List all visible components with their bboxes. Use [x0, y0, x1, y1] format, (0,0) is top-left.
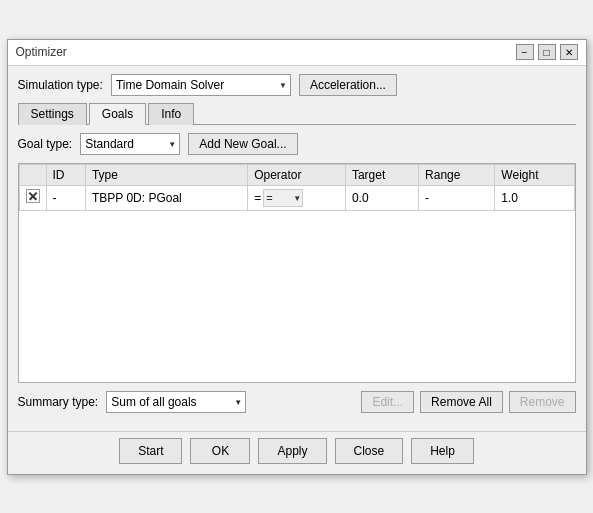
- window-controls: − □ ✕: [516, 44, 578, 60]
- sim-type-label: Simulation type:: [18, 78, 103, 92]
- summary-type-select[interactable]: Sum of all goals Maximum of all goals: [106, 391, 246, 413]
- summary-type-label: Summary type:: [18, 395, 99, 409]
- row-id: -: [46, 185, 85, 210]
- col-header-target: Target: [345, 164, 418, 185]
- tabs-container: Settings Goals Info: [18, 102, 576, 125]
- col-header-delete: [19, 164, 46, 185]
- add-new-goal-button[interactable]: Add New Goal...: [188, 133, 297, 155]
- bottom-buttons: Start OK Apply Close Help: [8, 431, 586, 474]
- apply-button[interactable]: Apply: [258, 438, 326, 464]
- title-bar: Optimizer − □ ✕: [8, 40, 586, 66]
- summary-select-wrapper: Sum of all goals Maximum of all goals: [106, 391, 246, 413]
- window-content: Simulation type: Time Domain Solver Acce…: [8, 66, 586, 429]
- start-button[interactable]: Start: [119, 438, 182, 464]
- tab-settings[interactable]: Settings: [18, 103, 87, 125]
- goal-type-row: Goal type: Standard Add New Goal...: [18, 133, 576, 155]
- acceleration-button[interactable]: Acceleration...: [299, 74, 397, 96]
- remove-button[interactable]: Remove: [509, 391, 576, 413]
- row-type: TBPP 0D: PGoal: [85, 185, 247, 210]
- ok-button[interactable]: OK: [190, 438, 250, 464]
- table-header-row: ID Type Operator Target Range Weight: [19, 164, 574, 185]
- action-buttons: Edit... Remove All Remove: [361, 391, 575, 413]
- optimizer-window: Optimizer − □ ✕ Simulation type: Time Do…: [7, 39, 587, 475]
- row-range: -: [419, 185, 495, 210]
- sim-type-row: Simulation type: Time Domain Solver Acce…: [18, 74, 576, 96]
- col-header-id: ID: [46, 164, 85, 185]
- goals-table: ID Type Operator Target Range Weight -: [19, 164, 575, 211]
- close-button[interactable]: Close: [335, 438, 404, 464]
- sim-type-select-wrapper: Time Domain Solver: [111, 74, 291, 96]
- row-operator: = = < >: [248, 185, 346, 210]
- sim-type-select[interactable]: Time Domain Solver: [111, 74, 291, 96]
- minimize-button[interactable]: −: [516, 44, 534, 60]
- delete-icon[interactable]: [26, 189, 40, 203]
- op-select-wrapper: = < >: [263, 189, 303, 207]
- row-target: 0.0: [345, 185, 418, 210]
- goal-type-select-wrapper: Standard: [80, 133, 180, 155]
- delete-cell: [19, 185, 46, 210]
- remove-all-button[interactable]: Remove All: [420, 391, 503, 413]
- col-header-type: Type: [85, 164, 247, 185]
- operator-cell: = = < >: [254, 189, 339, 207]
- tab-goals[interactable]: Goals: [89, 103, 146, 125]
- close-button[interactable]: ✕: [560, 44, 578, 60]
- goals-table-container: ID Type Operator Target Range Weight -: [18, 163, 576, 383]
- col-header-weight: Weight: [495, 164, 574, 185]
- edit-button[interactable]: Edit...: [361, 391, 414, 413]
- tab-info[interactable]: Info: [148, 103, 194, 125]
- table-row: - TBPP 0D: PGoal = = < >: [19, 185, 574, 210]
- operator-value: =: [254, 191, 261, 205]
- help-button[interactable]: Help: [411, 438, 474, 464]
- col-header-operator: Operator: [248, 164, 346, 185]
- operator-select[interactable]: = < >: [263, 189, 303, 207]
- col-header-range: Range: [419, 164, 495, 185]
- goal-type-select[interactable]: Standard: [80, 133, 180, 155]
- summary-row: Summary type: Sum of all goals Maximum o…: [18, 391, 576, 413]
- window-title: Optimizer: [16, 45, 67, 59]
- goal-type-label: Goal type:: [18, 137, 73, 151]
- row-weight: 1.0: [495, 185, 574, 210]
- maximize-button[interactable]: □: [538, 44, 556, 60]
